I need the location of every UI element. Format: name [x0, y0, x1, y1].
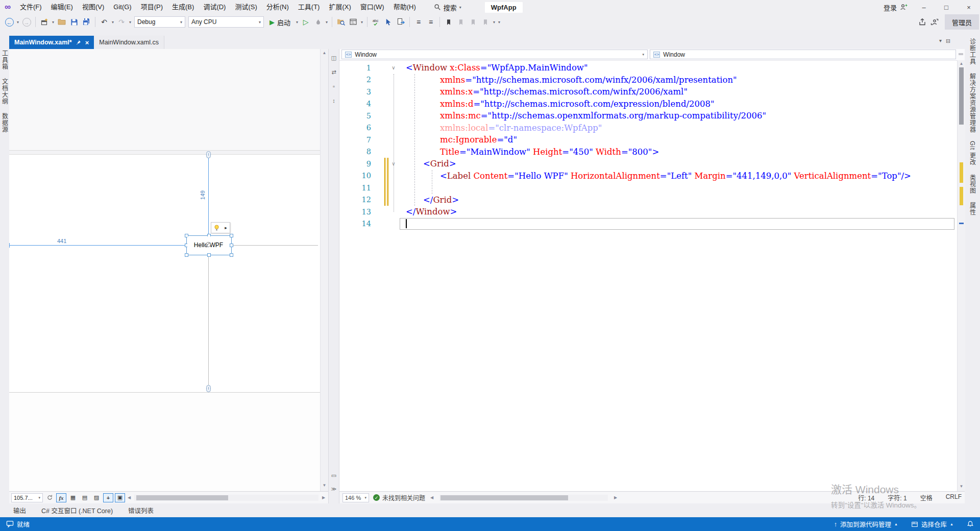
hscroll-right-icon[interactable]: ▶ — [321, 495, 326, 500]
intellisense-icon[interactable] — [348, 16, 359, 28]
navigate-cursor-icon[interactable] — [383, 16, 394, 28]
scroll-down-icon[interactable]: ▼ — [321, 483, 328, 488]
document-health-indicator[interactable]: ✓ 未找到相关问题 — [373, 493, 425, 502]
effects-fx-button[interactable]: fx — [56, 493, 66, 502]
editor-indicator-3[interactable]: CRLF — [946, 493, 962, 502]
notifications-button[interactable] — [967, 520, 974, 528]
scroll-up-icon[interactable]: ▲ — [321, 51, 328, 55]
resize-handle[interactable] — [230, 234, 233, 237]
dropdown-chevron-icon[interactable]: ▾ — [324, 20, 329, 25]
minimize-button[interactable]: – — [913, 0, 935, 14]
scroll-thumb[interactable] — [440, 495, 568, 500]
doc-tab-1[interactable]: MainWindow.xaml.cs — [94, 36, 164, 49]
right-tool-tab-1[interactable]: 解决方案资源管理器 — [968, 73, 977, 133]
back-icon[interactable]: ← — [4, 16, 15, 28]
snap-to-snaplines-button[interactable]: ▣ — [115, 493, 125, 502]
scroll-down-icon[interactable]: ▼ — [958, 484, 965, 489]
sign-in-button[interactable]: 登录 — [878, 3, 913, 12]
save-icon[interactable] — [68, 16, 80, 28]
resize-handle[interactable] — [185, 253, 188, 257]
artboard-window-surface[interactable] — [9, 155, 320, 393]
scroll-thumb[interactable] — [959, 67, 964, 125]
designer-horizontal-scrollbar[interactable] — [134, 495, 318, 501]
xaml-code-editor[interactable]: 1∨<Window x:Class="WpfApp.MainWindow"2xm… — [339, 60, 957, 491]
bookmark-prev-icon[interactable] — [455, 16, 467, 28]
search-box[interactable]: 搜索 ▾ — [434, 3, 461, 12]
right-tool-tab-2[interactable]: Git 更改 — [968, 141, 977, 166]
menu-item-11[interactable]: 窗口(W) — [356, 0, 389, 14]
dropdown-chevron-icon[interactable]: ▾ — [359, 20, 364, 25]
menu-item-5[interactable]: 生成(B) — [167, 0, 199, 14]
designer-vertical-scrollbar[interactable]: ▲ ▼ — [320, 49, 328, 491]
menu-item-1[interactable]: 编辑(E) — [46, 0, 78, 14]
hot-reload-icon[interactable] — [312, 16, 324, 28]
collapse-pane-icon[interactable]: ▭ — [330, 471, 338, 480]
forward-icon[interactable]: → — [21, 16, 32, 28]
hscroll-right-icon[interactable]: ▶ — [613, 495, 618, 500]
spell-check-icon[interactable]: abc — [371, 16, 382, 28]
menu-item-9[interactable]: 工具(T) — [293, 0, 325, 14]
find-in-files-icon[interactable] — [335, 16, 347, 28]
editor-indicator-1[interactable]: 字符: 1 — [888, 493, 906, 502]
menu-item-2[interactable]: 视图(V) — [78, 0, 109, 14]
scroll-up-icon[interactable]: ▲ — [958, 61, 965, 66]
right-tool-tab-4[interactable]: 属性 — [968, 202, 977, 215]
horizontal-split-icon[interactable]: ▫ — [330, 82, 338, 91]
menu-item-8[interactable]: 分析(N) — [262, 0, 293, 14]
dropdown-chevron-icon[interactable]: ▾ — [128, 20, 133, 25]
menu-item-3[interactable]: Git(G) — [109, 0, 136, 14]
window-list-chevron-icon[interactable]: ▾ — [939, 38, 942, 44]
refresh-designer-icon[interactable] — [44, 493, 55, 502]
format-selection-icon[interactable]: ≡ — [425, 16, 436, 28]
live-share-icon[interactable] — [929, 16, 940, 28]
designer-zoom-combo[interactable]: 105.7... ▾ — [11, 493, 43, 502]
editor-indicator-0[interactable]: 行: 14 — [858, 493, 874, 502]
scroll-thumb[interactable] — [136, 495, 228, 500]
fold-collapse-icon[interactable]: ∨ — [388, 65, 399, 70]
left-tool-tab-2[interactable]: 数据源 — [1, 113, 9, 133]
dropdown-chevron-icon[interactable]: ▾ — [15, 20, 20, 25]
pin-icon[interactable] — [76, 40, 81, 45]
menu-item-0[interactable]: 文件(F) — [15, 0, 46, 14]
add-to-source-control-button[interactable]: ↑ 添加到源代码管理 ▲ — [834, 519, 898, 529]
snaplines-toggle-button[interactable]: + — [103, 493, 113, 502]
right-tool-tab-0[interactable]: 诊断工具 — [968, 38, 977, 65]
doc-tab-0[interactable]: MainWindow.xaml*× — [9, 36, 94, 49]
left-tool-tab-0[interactable]: 工具箱 — [1, 50, 9, 70]
editor-horizontal-scrollbar[interactable] — [439, 495, 608, 501]
design-xaml-splitter[interactable]: ◫ ⇄ ▫ ↕ ▭ ≫ — [328, 49, 339, 503]
breadcrumb-element-combo-left[interactable]: <> Window ▾ — [341, 50, 648, 59]
resize-handle[interactable] — [230, 253, 233, 257]
margin-anchor-bottom-icon[interactable] — [206, 385, 211, 392]
dropdown-chevron-icon[interactable]: ▾ — [110, 20, 115, 25]
close-tab-icon[interactable]: × — [85, 39, 89, 46]
swap-panes-icon[interactable]: ⇄ — [330, 67, 338, 77]
undo-icon[interactable]: ↶ — [99, 16, 110, 28]
editor-indicator-2[interactable]: 空格 — [920, 493, 933, 502]
toolbar-overflow-icon[interactable]: ▾ — [497, 20, 502, 25]
resize-handle[interactable] — [230, 244, 233, 247]
left-tool-tab-1[interactable]: 文档大纲 — [1, 78, 9, 105]
bottom-panel-tab-1[interactable]: C# 交互窗口 (.NET Core) — [41, 505, 113, 515]
show-grid-icon[interactable]: ▦ — [68, 493, 78, 502]
start-without-debug-icon[interactable]: ▷ — [300, 16, 311, 28]
editor-split-handle[interactable] — [959, 53, 963, 55]
menu-item-6[interactable]: 调试(D) — [199, 0, 230, 14]
dropdown-chevron-icon[interactable]: ▾ — [295, 20, 300, 25]
menu-item-10[interactable]: 扩展(X) — [324, 0, 355, 14]
snap-grid-icon[interactable]: ▤ — [80, 493, 90, 502]
expand-pane-icon[interactable]: ↕ — [330, 96, 338, 105]
quick-actions-popup[interactable]: ▸ — [211, 222, 230, 233]
hscroll-left-icon[interactable]: ◀ — [429, 495, 434, 500]
feedback-button[interactable]: 就绪 — [6, 519, 30, 529]
dither-icon[interactable]: ▨ — [91, 493, 102, 502]
dropdown-chevron-icon[interactable]: ▾ — [51, 20, 56, 25]
menu-item-12[interactable]: 帮助(H) — [389, 0, 421, 14]
restore-button[interactable]: □ — [935, 0, 958, 14]
save-all-icon[interactable] — [81, 16, 92, 28]
hscroll-left-icon[interactable]: ◀ — [127, 495, 132, 500]
dropdown-chevron-icon[interactable]: ▾ — [492, 20, 497, 25]
debug-config-combo[interactable]: Debug▾ — [134, 16, 185, 28]
bookmark-next-icon[interactable] — [468, 16, 479, 28]
menu-item-4[interactable]: 项目(P) — [136, 0, 167, 14]
